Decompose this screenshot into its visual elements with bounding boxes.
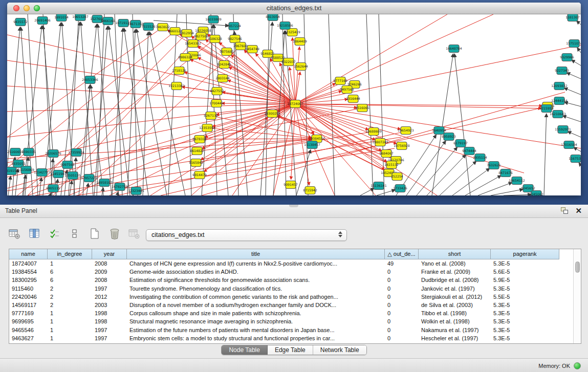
- graph-node[interactable]: 9091457: [284, 181, 298, 189]
- graph-node[interactable]: 16782759: [112, 183, 128, 191]
- graph-node[interactable]: 5912954: [180, 30, 194, 37]
- table-row[interactable]: 1938455462009Genome-wide association stu…: [9, 268, 581, 276]
- graph-node[interactable]: 9875685: [220, 48, 234, 56]
- graph-node[interactable]: 1864409: [293, 38, 307, 46]
- table-settings-icon[interactable]: [8, 227, 21, 240]
- zoom-window-button[interactable]: [34, 5, 40, 11]
- table-row[interactable]: 911546021997Tourette syndrome. Phenomeno…: [9, 285, 581, 293]
- graph-node[interactable]: 8614822: [190, 147, 204, 155]
- tab-edge-table[interactable]: Edge Table: [268, 345, 313, 355]
- column-header[interactable]: △ out_de...: [385, 249, 419, 259]
- close-window-button[interactable]: [13, 5, 19, 11]
- graph-node[interactable]: 6179197: [453, 140, 468, 147]
- graph-node[interactable]: 8215953: [539, 105, 554, 113]
- table-row[interactable]: 2242004622012Investigating the contribut…: [9, 293, 581, 301]
- rows-icon[interactable]: [68, 227, 81, 240]
- minimize-window-button[interactable]: [24, 5, 30, 11]
- graph-node[interactable]: 9474444: [462, 147, 476, 155]
- graph-node[interactable]: 8986324: [178, 54, 192, 61]
- scrollbar-thumb[interactable]: [575, 261, 580, 273]
- graph-node[interactable]: 19654923: [398, 127, 414, 135]
- graph-node[interactable]: 1691014: [54, 14, 69, 21]
- float-panel-icon[interactable]: [561, 207, 568, 214]
- graph-node[interactable]: 1615132: [384, 161, 399, 169]
- column-header[interactable]: short: [419, 249, 491, 259]
- graph-node[interactable]: 9245062: [529, 191, 543, 196]
- table-row[interactable]: 1830029562008Estimation of significance …: [9, 276, 581, 284]
- graph-node[interactable]: 9165843: [189, 159, 203, 167]
- column-header[interactable]: name: [9, 249, 48, 259]
- window-titlebar[interactable]: citations_edges.txt: [7, 3, 581, 14]
- table-row[interactable]: 946362711997Embryonic stem cells: a mode…: [9, 334, 581, 342]
- graph-node[interactable]: 20691406: [34, 17, 51, 25]
- graph-node[interactable]: 7857224: [227, 23, 241, 30]
- graph-node[interactable]: 1733426: [393, 185, 407, 192]
- graph-node[interactable]: 2803144: [215, 75, 230, 82]
- graph-node[interactable]: 12093832: [551, 82, 568, 90]
- select-columns-icon[interactable]: [28, 227, 41, 240]
- delete-table-icon[interactable]: [128, 227, 141, 240]
- graph-node[interactable]: 2935114: [473, 154, 487, 162]
- graph-node[interactable]: 9427552: [210, 87, 224, 95]
- table-selector-dropdown[interactable]: citations_edges.txt: [146, 229, 347, 241]
- table-row[interactable]: 977716911998Corpus callosum shape and si…: [9, 309, 581, 317]
- graph-node[interactable]: 9097568: [60, 161, 75, 169]
- network-canvas[interactable]: 1872400718300295193845547463822866012859…: [7, 14, 581, 195]
- graph-node[interactable]: 9319158: [7, 167, 18, 175]
- graph-node[interactable]: 12353594: [199, 124, 215, 132]
- graph-node[interactable]: 8471676: [498, 169, 513, 177]
- graph-node[interactable]: 8715942: [303, 187, 317, 194]
- graph-node[interactable]: 16210643: [550, 111, 566, 118]
- graph-node[interactable]: 9435572: [13, 18, 28, 26]
- column-header[interactable]: title: [127, 249, 385, 259]
- graph-node[interactable]: 9684067: [379, 150, 394, 158]
- graph-node[interactable]: 10756928: [394, 142, 410, 150]
- graph-node[interactable]: 10654112: [509, 177, 525, 185]
- column-header[interactable]: year: [92, 249, 127, 259]
- graph-node[interactable]: 8813054: [266, 14, 280, 21]
- graph-node[interactable]: 9777169: [333, 77, 347, 85]
- new-table-icon[interactable]: [88, 227, 101, 240]
- graph-node[interactable]: 252254: [391, 173, 403, 181]
- delete-rows-icon[interactable]: [108, 227, 121, 240]
- graph-node[interactable]: 11451947: [50, 170, 67, 178]
- tab-node-table[interactable]: Node Table: [222, 345, 268, 355]
- graph-node[interactable]: 1181307: [565, 14, 580, 21]
- close-panel-icon[interactable]: ✕: [575, 207, 582, 214]
- table-row[interactable]: 969969511998Structural magnetic resonanc…: [9, 317, 581, 325]
- tab-network-table[interactable]: Network Table: [313, 345, 366, 355]
- graph-node[interactable]: 7632621: [487, 162, 501, 169]
- graph-node[interactable]: 1167533: [569, 155, 581, 163]
- column-header[interactable]: pagerank: [491, 249, 559, 259]
- table-row[interactable]: 1872400712008Changes of HCN gene express…: [9, 259, 581, 268]
- graph-node[interactable]: 16648784: [446, 45, 462, 53]
- graph-node[interactable]: 9497568: [340, 86, 354, 94]
- graph-node[interactable]: 8267130: [204, 112, 218, 120]
- graph-node[interactable]: 1590335: [21, 148, 36, 156]
- graph-node[interactable]: 8186328: [208, 35, 222, 43]
- graph-node[interactable]: 8958923: [442, 133, 456, 141]
- graph-node[interactable]: 10688609: [365, 128, 382, 136]
- row-checks-icon[interactable]: [48, 227, 61, 240]
- graph-node[interactable]: 9827508: [194, 33, 208, 40]
- graph-node[interactable]: 9827546: [228, 35, 242, 43]
- graph-node[interactable]: 7515526: [141, 23, 156, 31]
- graph-node[interactable]: 15751074: [566, 40, 581, 48]
- table-row[interactable]: 946554611997Estimation of the future num…: [9, 326, 581, 334]
- graph-node[interactable]: 8905135: [46, 185, 60, 192]
- graph-node[interactable]: 12323445: [128, 187, 144, 195]
- graph-node[interactable]: 10653287: [72, 14, 89, 21]
- graph-node[interactable]: 12213383: [168, 82, 185, 90]
- graph-node[interactable]: 16033809: [205, 16, 222, 24]
- graph-node[interactable]: 9227343: [555, 67, 569, 75]
- graph-node[interactable]: 9329966: [560, 54, 574, 61]
- graph-node[interactable]: 8454749: [245, 46, 259, 53]
- graph-node[interactable]: 2718126: [172, 67, 186, 75]
- graph-node[interactable]: 6466160: [101, 17, 115, 25]
- graph-node[interactable]: 8678312: [192, 136, 207, 143]
- table-scrollbar[interactable]: [573, 249, 581, 343]
- graph-node[interactable]: 2516065: [355, 104, 369, 112]
- graph-node[interactable]: 9242845: [217, 61, 231, 69]
- column-header[interactable]: in_degree: [48, 249, 92, 259]
- graph-node[interactable]: 1562644: [294, 63, 308, 71]
